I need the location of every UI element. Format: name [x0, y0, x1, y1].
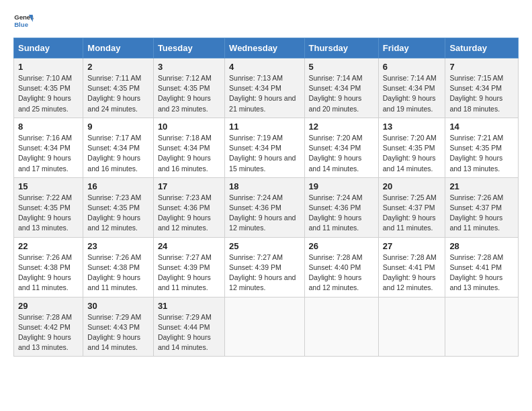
day-info: Sunrise: 7:17 AMSunset: 4:34 PMDaylight:…	[87, 134, 141, 173]
col-header-tuesday: Tuesday	[153, 38, 224, 58]
day-info: Sunrise: 7:14 AMSunset: 4:34 PMDaylight:…	[309, 74, 363, 113]
day-cell	[304, 297, 378, 357]
day-number: 13	[383, 122, 441, 132]
day-number: 1	[18, 62, 79, 72]
day-number: 16	[87, 181, 149, 191]
logo: General Blue	[13, 11, 36, 31]
day-cell: 14 Sunrise: 7:21 AMSunset: 4:35 PMDaylig…	[445, 118, 519, 177]
day-cell: 11 Sunrise: 7:19 AMSunset: 4:34 PMDaylig…	[225, 118, 304, 177]
day-info: Sunrise: 7:22 AMSunset: 4:35 PMDaylight:…	[18, 193, 72, 232]
day-number: 8	[18, 122, 79, 132]
day-cell: 13 Sunrise: 7:20 AMSunset: 4:35 PMDaylig…	[378, 118, 445, 177]
day-cell: 16 Sunrise: 7:23 AMSunset: 4:35 PMDaylig…	[83, 177, 154, 237]
day-number: 22	[18, 241, 79, 251]
header-row: SundayMondayTuesdayWednesdayThursdayFrid…	[14, 38, 519, 58]
day-cell: 30 Sunrise: 7:29 AMSunset: 4:43 PMDaylig…	[83, 297, 154, 357]
day-info: Sunrise: 7:23 AMSunset: 4:36 PMDaylight:…	[158, 193, 212, 232]
day-number: 5	[309, 62, 374, 72]
day-info: Sunrise: 7:12 AMSunset: 4:35 PMDaylight:…	[158, 74, 212, 113]
page-header: General Blue	[13, 11, 519, 31]
day-info: Sunrise: 7:20 AMSunset: 4:35 PMDaylight:…	[383, 134, 437, 173]
day-cell: 4 Sunrise: 7:13 AMSunset: 4:34 PMDayligh…	[225, 58, 304, 118]
week-row-5: 29 Sunrise: 7:28 AMSunset: 4:42 PMDaylig…	[14, 297, 519, 357]
day-number: 12	[309, 122, 374, 132]
day-number: 18	[229, 181, 300, 191]
col-header-sunday: Sunday	[14, 38, 83, 58]
day-info: Sunrise: 7:10 AMSunset: 4:35 PMDaylight:…	[18, 74, 72, 113]
col-header-thursday: Thursday	[304, 38, 378, 58]
day-info: Sunrise: 7:29 AMSunset: 4:44 PMDaylight:…	[158, 313, 212, 352]
svg-text:Blue: Blue	[14, 21, 28, 28]
day-cell: 2 Sunrise: 7:11 AMSunset: 4:35 PMDayligh…	[83, 58, 154, 118]
day-number: 29	[18, 301, 79, 311]
day-info: Sunrise: 7:28 AMSunset: 4:40 PMDaylight:…	[309, 253, 363, 292]
day-info: Sunrise: 7:23 AMSunset: 4:35 PMDaylight:…	[87, 193, 141, 232]
day-number: 20	[383, 181, 441, 191]
day-cell: 26 Sunrise: 7:28 AMSunset: 4:40 PMDaylig…	[304, 237, 378, 297]
day-info: Sunrise: 7:21 AMSunset: 4:35 PMDaylight:…	[449, 134, 503, 173]
day-info: Sunrise: 7:20 AMSunset: 4:34 PMDaylight:…	[309, 134, 363, 173]
day-cell: 24 Sunrise: 7:27 AMSunset: 4:39 PMDaylig…	[153, 237, 224, 297]
day-cell: 7 Sunrise: 7:15 AMSunset: 4:34 PMDayligh…	[445, 58, 519, 118]
day-cell: 3 Sunrise: 7:12 AMSunset: 4:35 PMDayligh…	[153, 58, 224, 118]
week-row-3: 15 Sunrise: 7:22 AMSunset: 4:35 PMDaylig…	[14, 177, 519, 237]
day-number: 6	[383, 62, 441, 72]
calendar-table: SundayMondayTuesdayWednesdayThursdayFrid…	[13, 38, 519, 357]
day-cell: 25 Sunrise: 7:27 AMSunset: 4:39 PMDaylig…	[225, 237, 304, 297]
day-number: 14	[449, 122, 514, 132]
day-cell: 27 Sunrise: 7:28 AMSunset: 4:41 PMDaylig…	[378, 237, 445, 297]
week-row-4: 22 Sunrise: 7:26 AMSunset: 4:38 PMDaylig…	[14, 237, 519, 297]
day-info: Sunrise: 7:18 AMSunset: 4:34 PMDaylight:…	[158, 134, 212, 173]
day-number: 25	[229, 241, 300, 251]
week-row-1: 1 Sunrise: 7:10 AMSunset: 4:35 PMDayligh…	[14, 58, 519, 118]
day-cell: 20 Sunrise: 7:25 AMSunset: 4:37 PMDaylig…	[378, 177, 445, 237]
day-number: 27	[383, 241, 441, 251]
day-info: Sunrise: 7:27 AMSunset: 4:39 PMDaylight:…	[158, 253, 212, 292]
day-info: Sunrise: 7:28 AMSunset: 4:42 PMDaylight:…	[18, 313, 72, 352]
day-info: Sunrise: 7:26 AMSunset: 4:38 PMDaylight:…	[87, 253, 141, 292]
day-cell: 12 Sunrise: 7:20 AMSunset: 4:34 PMDaylig…	[304, 118, 378, 177]
day-info: Sunrise: 7:26 AMSunset: 4:37 PMDaylight:…	[449, 193, 503, 232]
day-info: Sunrise: 7:19 AMSunset: 4:34 PMDaylight:…	[229, 134, 296, 173]
day-cell: 15 Sunrise: 7:22 AMSunset: 4:35 PMDaylig…	[14, 177, 83, 237]
col-header-friday: Friday	[378, 38, 445, 58]
logo-icon: General Blue	[13, 11, 34, 31]
day-info: Sunrise: 7:27 AMSunset: 4:39 PMDaylight:…	[229, 253, 296, 292]
day-info: Sunrise: 7:24 AMSunset: 4:36 PMDaylight:…	[309, 193, 363, 232]
day-number: 3	[158, 62, 220, 72]
day-number: 21	[449, 181, 514, 191]
day-cell: 6 Sunrise: 7:14 AMSunset: 4:34 PMDayligh…	[378, 58, 445, 118]
day-number: 19	[309, 181, 374, 191]
day-cell: 19 Sunrise: 7:24 AMSunset: 4:36 PMDaylig…	[304, 177, 378, 237]
day-info: Sunrise: 7:26 AMSunset: 4:38 PMDaylight:…	[18, 253, 72, 292]
day-number: 28	[449, 241, 514, 251]
day-info: Sunrise: 7:15 AMSunset: 4:34 PMDaylight:…	[449, 74, 503, 113]
day-cell: 5 Sunrise: 7:14 AMSunset: 4:34 PMDayligh…	[304, 58, 378, 118]
day-number: 23	[87, 241, 149, 251]
col-header-wednesday: Wednesday	[225, 38, 304, 58]
day-cell: 10 Sunrise: 7:18 AMSunset: 4:34 PMDaylig…	[153, 118, 224, 177]
day-info: Sunrise: 7:14 AMSunset: 4:34 PMDaylight:…	[383, 74, 437, 113]
day-number: 2	[87, 62, 149, 72]
day-number: 15	[18, 181, 79, 191]
day-number: 17	[158, 181, 220, 191]
day-info: Sunrise: 7:25 AMSunset: 4:37 PMDaylight:…	[383, 193, 437, 232]
col-header-saturday: Saturday	[445, 38, 519, 58]
day-cell	[225, 297, 304, 357]
day-number: 26	[309, 241, 374, 251]
day-number: 31	[158, 301, 220, 311]
day-number: 11	[229, 122, 300, 132]
day-info: Sunrise: 7:11 AMSunset: 4:35 PMDaylight:…	[87, 74, 141, 113]
day-number: 30	[87, 301, 149, 311]
day-cell	[445, 297, 519, 357]
day-number: 7	[449, 62, 514, 72]
day-cell: 18 Sunrise: 7:24 AMSunset: 4:36 PMDaylig…	[225, 177, 304, 237]
day-cell: 17 Sunrise: 7:23 AMSunset: 4:36 PMDaylig…	[153, 177, 224, 237]
day-cell: 31 Sunrise: 7:29 AMSunset: 4:44 PMDaylig…	[153, 297, 224, 357]
day-info: Sunrise: 7:13 AMSunset: 4:34 PMDaylight:…	[229, 74, 296, 113]
day-info: Sunrise: 7:28 AMSunset: 4:41 PMDaylight:…	[383, 253, 437, 292]
day-cell: 29 Sunrise: 7:28 AMSunset: 4:42 PMDaylig…	[14, 297, 83, 357]
day-number: 10	[158, 122, 220, 132]
col-header-monday: Monday	[83, 38, 154, 58]
day-cell	[378, 297, 445, 357]
